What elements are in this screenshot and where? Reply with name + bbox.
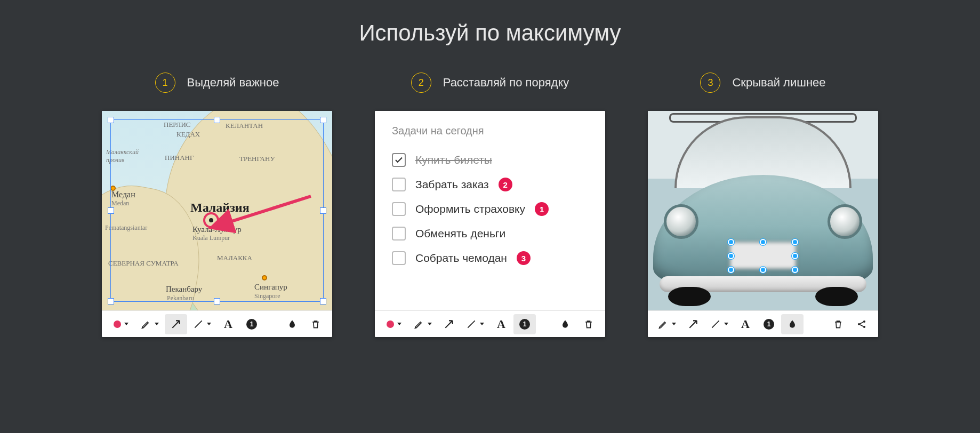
tool-line[interactable] bbox=[461, 314, 489, 334]
todo-row: Собрать чемодан 3 bbox=[392, 246, 588, 270]
selection-handle[interactable] bbox=[760, 239, 766, 245]
viewport-todo: Задачи на сегодня Купить билеты Забрать … bbox=[375, 111, 605, 310]
step-badge[interactable]: 2 bbox=[499, 178, 512, 191]
todo-row: Купить билеты bbox=[392, 148, 588, 172]
card-label-2: Расставляй по порядку bbox=[443, 76, 569, 90]
tool-line[interactable] bbox=[188, 314, 216, 334]
checkbox-icon[interactable] bbox=[392, 251, 406, 265]
tool-color[interactable] bbox=[380, 314, 408, 334]
selection-handle[interactable] bbox=[792, 267, 798, 273]
tool-step[interactable]: 1 bbox=[513, 314, 536, 334]
feature-cards: 1 Выделяй важное ПЕРЛИС КЕДАХ КЕЛАНТАН П… bbox=[21, 73, 959, 337]
todo-row: Забрать заказ 2 bbox=[392, 172, 588, 197]
selection-handle[interactable] bbox=[792, 239, 798, 245]
tool-arrow[interactable] bbox=[438, 314, 460, 334]
car-headlight bbox=[664, 204, 698, 239]
selection-handle[interactable] bbox=[792, 253, 798, 259]
step-number-2: 2 bbox=[411, 73, 431, 93]
selection-frame[interactable] bbox=[110, 119, 324, 302]
tool-color[interactable] bbox=[107, 314, 135, 334]
tool-blur[interactable] bbox=[554, 314, 576, 334]
todo-heading: Задачи на сегодня bbox=[392, 125, 588, 137]
car-headlight bbox=[828, 204, 862, 239]
blurred-plate[interactable] bbox=[730, 242, 797, 269]
step-number-3: 3 bbox=[700, 73, 720, 93]
selection-handle[interactable] bbox=[728, 239, 734, 245]
selection-handle[interactable] bbox=[760, 267, 766, 273]
step-badge[interactable]: 3 bbox=[517, 251, 531, 265]
card-order: 2 Расставляй по порядку Задачи на сегодн… bbox=[375, 73, 605, 337]
tool-blur[interactable] bbox=[781, 314, 804, 334]
todo-text: Обменять деньги bbox=[415, 227, 505, 240]
tool-pen[interactable] bbox=[136, 314, 164, 334]
tool-step[interactable]: 1 bbox=[758, 314, 780, 334]
viewport-map: ПЕРЛИС КЕДАХ КЕЛАНТАН ПИНАНГ ТРЕНГАНУ Ма… bbox=[102, 111, 332, 310]
tool-trash[interactable] bbox=[827, 314, 849, 334]
toolbar-2: A 1 bbox=[375, 310, 605, 337]
tool-pen[interactable] bbox=[653, 314, 681, 334]
tool-pen[interactable] bbox=[409, 314, 437, 334]
tool-line[interactable] bbox=[705, 314, 733, 334]
tool-trash[interactable] bbox=[577, 314, 600, 334]
card-label-1: Выделяй важное bbox=[187, 76, 279, 90]
tool-arrow[interactable] bbox=[165, 314, 187, 334]
toolbar-1: A 1 bbox=[102, 310, 332, 337]
tool-share[interactable] bbox=[850, 314, 873, 334]
todo-text: Оформить страховку bbox=[415, 203, 525, 215]
screenshot-2: Задачи на сегодня Купить билеты Забрать … bbox=[375, 111, 605, 337]
selection-handle[interactable] bbox=[728, 253, 734, 259]
todo-text: Забрать заказ bbox=[415, 178, 489, 191]
checkbox-icon[interactable] bbox=[392, 202, 406, 216]
screenshot-3: A 1 bbox=[648, 111, 878, 337]
screenshot-1: ПЕРЛИС КЕДАХ КЕЛАНТАН ПИНАНГ ТРЕНГАНУ Ма… bbox=[102, 111, 332, 337]
step-number-1: 1 bbox=[155, 73, 175, 93]
card-label-3: Скрывай лишнее bbox=[732, 76, 825, 90]
todo-text: Купить билеты bbox=[415, 154, 492, 166]
tool-blur[interactable] bbox=[281, 314, 303, 334]
tool-arrow[interactable] bbox=[682, 314, 704, 334]
tool-trash[interactable] bbox=[304, 314, 327, 334]
toolbar-3: A 1 bbox=[648, 310, 878, 337]
viewport-car bbox=[648, 111, 878, 310]
todo-row: Обменять деньги bbox=[392, 221, 588, 246]
todo-row: Оформить страховку 1 bbox=[392, 197, 588, 221]
page-title: Используй по максимуму bbox=[21, 20, 959, 46]
tool-text[interactable]: A bbox=[490, 314, 512, 334]
checkbox-checked-icon[interactable] bbox=[392, 153, 406, 167]
step-badge[interactable]: 1 bbox=[535, 202, 549, 216]
checkbox-icon[interactable] bbox=[392, 178, 406, 191]
car-tire bbox=[668, 287, 711, 306]
card-highlight: 1 Выделяй важное ПЕРЛИС КЕДАХ КЕЛАНТАН П… bbox=[102, 73, 332, 337]
car-tire bbox=[815, 287, 858, 306]
tool-text[interactable]: A bbox=[217, 314, 239, 334]
tool-step[interactable]: 1 bbox=[240, 314, 263, 334]
card-hide: 3 Скрывай лишнее bbox=[648, 73, 878, 337]
todo-text: Собрать чемодан bbox=[415, 252, 507, 264]
checkbox-icon[interactable] bbox=[392, 227, 406, 240]
selection-handle[interactable] bbox=[728, 267, 734, 273]
tool-text[interactable]: A bbox=[734, 314, 757, 334]
